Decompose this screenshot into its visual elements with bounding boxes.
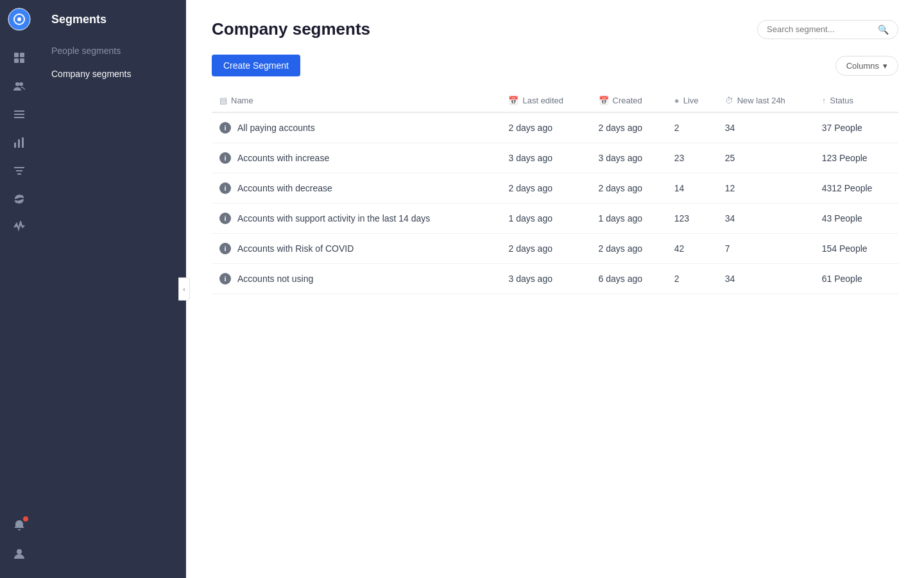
people-icon[interactable] — [8, 74, 31, 98]
table-row[interactable]: i Accounts with decrease 2 days ago 2 da… — [212, 173, 898, 204]
info-icon[interactable]: i — [219, 182, 231, 194]
arrow-status-icon: ↑ — [822, 96, 826, 105]
health-icon[interactable] — [8, 216, 31, 239]
svg-rect-4 — [20, 53, 24, 57]
col-header-created: 📅 Created — [591, 89, 667, 112]
table-row[interactable]: i All paying accounts 2 days ago 2 days … — [212, 112, 898, 143]
cell-name: i Accounts with support activity in the … — [212, 204, 501, 234]
columns-label: Columns — [846, 61, 879, 71]
table-row[interactable]: i Accounts with increase 3 days ago 3 da… — [212, 143, 898, 173]
svg-point-18 — [17, 549, 22, 554]
cell-new-24h: 34 — [717, 112, 814, 143]
nav-panel: Segments People segments Company segment… — [38, 0, 186, 578]
cell-live: 2 — [667, 264, 717, 294]
nav-panel-title: Segments — [38, 13, 185, 39]
segments-icon[interactable] — [8, 103, 31, 126]
svg-point-2 — [17, 17, 21, 21]
sidebar — [0, 0, 38, 578]
circle-live-icon: ● — [674, 96, 680, 105]
bell-icon[interactable] — [8, 514, 31, 537]
segment-name[interactable]: Accounts with Risk of COVID — [237, 243, 354, 254]
search-input[interactable] — [767, 24, 878, 34]
col-header-status: ↑ Status — [814, 89, 898, 112]
table-row[interactable]: i Accounts with support activity in the … — [212, 204, 898, 234]
col-header-name: ▤ Name — [212, 89, 501, 112]
cell-live: 23 — [667, 143, 717, 173]
segments-table: ▤ Name 📅 Last edited 📅 — [212, 89, 898, 294]
columns-button[interactable]: Columns ▾ — [835, 56, 898, 76]
info-icon[interactable]: i — [219, 273, 231, 285]
info-icon[interactable]: i — [219, 152, 231, 164]
cell-created: 1 days ago — [591, 204, 667, 234]
chart-icon[interactable] — [8, 131, 31, 154]
cell-last-edited: 1 days ago — [501, 204, 590, 234]
info-icon[interactable]: i — [219, 213, 231, 224]
cell-live: 14 — [667, 173, 717, 204]
app-logo[interactable] — [8, 8, 31, 31]
calendar-last-edited-icon: 📅 — [508, 96, 518, 105]
cell-name: i Accounts with decrease — [212, 173, 501, 204]
cell-created: 2 days ago — [591, 234, 667, 264]
svg-point-8 — [19, 82, 23, 86]
segment-name[interactable]: Accounts with support activity in the la… — [237, 213, 430, 223]
cell-live: 42 — [667, 234, 717, 264]
notification-dot — [23, 516, 28, 521]
svg-rect-12 — [14, 143, 16, 148]
segment-name[interactable]: Accounts with increase — [237, 153, 329, 163]
col-header-last-edited: 📅 Last edited — [501, 89, 590, 112]
calendar-created-icon: 📅 — [599, 96, 609, 105]
svg-rect-5 — [14, 58, 19, 63]
filter-icon[interactable] — [8, 159, 31, 182]
cell-status: 123 People — [814, 143, 898, 173]
search-icon: 🔍 — [878, 24, 889, 35]
filter-col-icon: ▤ — [219, 96, 227, 105]
cell-created: 2 days ago — [591, 112, 667, 143]
table-row[interactable]: i Accounts not using 3 days ago 6 days a… — [212, 264, 898, 294]
create-segment-button[interactable]: Create Segment — [212, 55, 300, 76]
cell-live: 2 — [667, 112, 717, 143]
segment-name[interactable]: Accounts with decrease — [237, 183, 332, 193]
cell-status: 4312 People — [814, 173, 898, 204]
dashboard-icon[interactable] — [8, 46, 31, 69]
table-header-row: ▤ Name 📅 Last edited 📅 — [212, 89, 898, 112]
cell-last-edited: 2 days ago — [501, 173, 590, 204]
cell-new-24h: 34 — [717, 204, 814, 234]
svg-rect-14 — [22, 137, 24, 148]
info-icon[interactable]: i — [219, 122, 231, 134]
cell-status: 37 People — [814, 112, 898, 143]
cell-status: 43 People — [814, 204, 898, 234]
collapse-sidebar-button[interactable]: ‹ — [178, 277, 190, 301]
svg-rect-3 — [14, 53, 19, 57]
nav-item-company-segments[interactable]: Company segments — [38, 62, 185, 85]
table-row[interactable]: i Accounts with Risk of COVID 2 days ago… — [212, 234, 898, 264]
search-box[interactable]: 🔍 — [757, 20, 898, 39]
clock-icon: ⏱ — [725, 96, 733, 105]
cell-name: i Accounts not using — [212, 264, 501, 294]
info-icon[interactable]: i — [219, 243, 231, 254]
segment-name[interactable]: Accounts not using — [237, 274, 313, 284]
cell-created: 6 days ago — [591, 264, 667, 294]
cell-name: i Accounts with Risk of COVID — [212, 234, 501, 264]
nav-item-people-segments[interactable]: People segments — [38, 39, 185, 62]
svg-rect-13 — [18, 139, 20, 148]
cell-last-edited: 3 days ago — [501, 143, 590, 173]
cell-new-24h: 12 — [717, 173, 814, 204]
cell-name: i Accounts with increase — [212, 143, 501, 173]
svg-rect-6 — [20, 58, 24, 63]
cell-last-edited: 3 days ago — [501, 264, 590, 294]
cell-new-24h: 34 — [717, 264, 814, 294]
col-header-new-24h: ⏱ New last 24h — [717, 89, 814, 112]
segment-name[interactable]: All paying accounts — [237, 123, 315, 133]
cell-new-24h: 25 — [717, 143, 814, 173]
cell-status: 154 People — [814, 234, 898, 264]
cell-last-edited: 2 days ago — [501, 112, 590, 143]
page-header: Company segments 🔍 — [212, 19, 898, 39]
user-avatar-icon[interactable] — [8, 542, 31, 565]
sync-icon[interactable] — [8, 188, 31, 211]
cell-name: i All paying accounts — [212, 112, 501, 143]
svg-point-7 — [15, 82, 19, 86]
cell-new-24h: 7 — [717, 234, 814, 264]
cell-created: 3 days ago — [591, 143, 667, 173]
cell-live: 123 — [667, 204, 717, 234]
col-header-live: ● Live — [667, 89, 717, 112]
